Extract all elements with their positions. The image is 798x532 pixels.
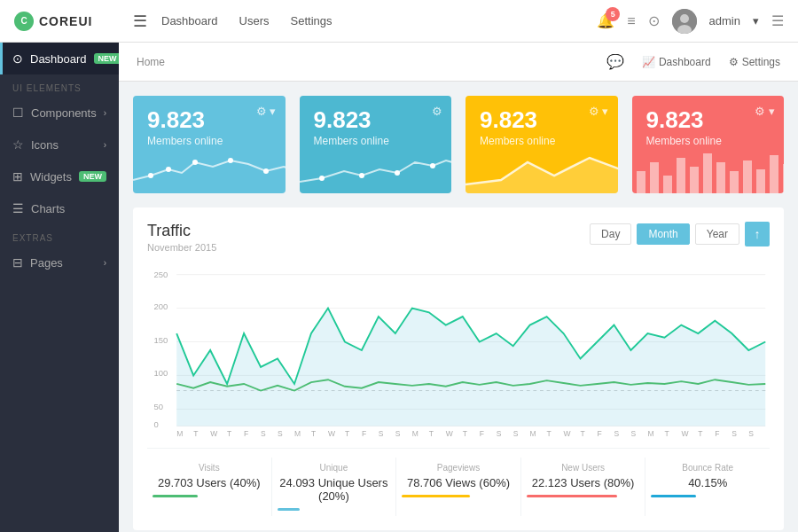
menu-toggle-icon[interactable]: ☰	[133, 12, 147, 31]
svg-text:S: S	[513, 429, 519, 438]
icons-icon: ☆	[12, 137, 24, 152]
svg-text:T: T	[311, 429, 316, 438]
svg-point-11	[430, 163, 435, 168]
svg-point-6	[228, 158, 233, 163]
sidebar-label-widgets: Widgets	[30, 170, 72, 184]
svg-rect-15	[663, 176, 672, 193]
svg-text:T: T	[463, 429, 467, 438]
svg-text:S: S	[732, 429, 737, 438]
traffic-header: Traffic November 2015 Day Month Year ↑	[147, 222, 770, 253]
dashboard-new-badge: NEW	[94, 53, 119, 64]
svg-text:T: T	[547, 429, 552, 438]
pages-icon: ⊟	[12, 255, 23, 270]
svg-text:S: S	[630, 429, 636, 438]
svg-text:W: W	[446, 429, 454, 438]
card2-number: 9.823	[314, 108, 438, 131]
svg-text:T: T	[193, 429, 198, 438]
card3-number: 9.823	[480, 108, 604, 131]
svg-text:T: T	[227, 429, 231, 438]
card2-chart	[300, 145, 452, 193]
sidebar-item-icons[interactable]: ☆ Icons ›	[0, 129, 119, 160]
card-members-1: ⚙ ▾ 9.823 Members online	[133, 96, 286, 193]
svg-text:M: M	[412, 429, 419, 438]
sidebar-item-pages[interactable]: ⊟ Pages ›	[0, 246, 119, 278]
admin-chevron[interactable]: ▾	[753, 14, 759, 27]
svg-marker-12	[466, 158, 618, 193]
card-members-3: ⚙ ▾ 9.823 Members online	[466, 96, 618, 193]
widgets-icon: ⊞	[12, 169, 23, 184]
sidebar-label-pages: Pages	[30, 256, 63, 270]
traffic-section: Traffic November 2015 Day Month Year ↑ 2…	[133, 207, 784, 530]
svg-point-3	[148, 173, 153, 178]
content-area: Home 💬 📈 Dashboard ⚙ Settings ⚙ ▾ 9.823 …	[119, 43, 798, 532]
svg-text:W: W	[681, 429, 689, 438]
sidebar: ⊙ Dashboard NEW UI ELEMENTS ☐ Components…	[0, 43, 119, 532]
subnav-settings-link[interactable]: ⚙ Settings	[729, 56, 780, 68]
logo: C COREUI	[14, 12, 133, 31]
notifications-bell[interactable]: 🔔 5	[597, 12, 614, 29]
period-btn-day[interactable]: Day	[590, 223, 631, 245]
notification-badge: 5	[606, 7, 620, 21]
charts-icon: ☰	[12, 201, 24, 215]
widgets-new-badge: NEW	[79, 171, 106, 182]
svg-text:100: 100	[154, 368, 168, 378]
message-icon[interactable]: 💬	[606, 53, 624, 70]
stat-bouncerate-value: 40.15%	[651, 476, 764, 489]
card-members-2: ⚙ 9.823 Members online	[300, 96, 452, 193]
svg-text:150: 150	[154, 335, 168, 345]
svg-marker-38	[176, 309, 765, 426]
svg-rect-23	[770, 155, 778, 193]
top-navbar: C COREUI ☰ Dashboard Users Settings 🔔 5 …	[0, 0, 798, 43]
svg-text:M: M	[530, 429, 536, 438]
nav-link-users[interactable]: Users	[239, 14, 270, 27]
svg-text:T: T	[345, 429, 349, 438]
active-indicator	[0, 43, 3, 74]
card1-actions[interactable]: ⚙ ▾	[256, 105, 277, 118]
svg-rect-19	[716, 162, 725, 193]
stat-newusers: New Users 22.123 Users (80%)	[521, 458, 646, 516]
nav-link-dashboard[interactable]: Dashboard	[161, 14, 218, 27]
avatar[interactable]	[672, 9, 697, 34]
svg-rect-18	[703, 153, 712, 193]
nav-link-settings[interactable]: Settings	[291, 14, 332, 27]
sidebar-item-dashboard[interactable]: ⊙ Dashboard NEW	[0, 43, 119, 74]
period-btn-year[interactable]: Year	[695, 223, 739, 245]
components-icon: ☐	[12, 106, 24, 120]
traffic-subtitle: November 2015	[147, 242, 216, 253]
svg-text:S: S	[379, 429, 384, 438]
sidebar-label-components: Components	[31, 106, 97, 120]
sub-navbar: Home 💬 📈 Dashboard ⚙ Settings	[119, 43, 798, 82]
svg-point-10	[395, 170, 400, 176]
card1-number: 9.823	[147, 108, 271, 131]
svg-text:W: W	[564, 429, 572, 438]
sidebar-item-components[interactable]: ☐ Components ›	[0, 97, 119, 129]
main-layout: ⊙ Dashboard NEW UI ELEMENTS ☐ Components…	[0, 43, 798, 532]
admin-label[interactable]: admin	[709, 14, 740, 27]
pages-chevron: ›	[104, 258, 106, 268]
right-menu-icon[interactable]: ☰	[771, 12, 784, 29]
logo-text: COREUI	[39, 14, 92, 28]
location-icon[interactable]: ⊙	[648, 12, 660, 29]
svg-text:S: S	[278, 429, 283, 438]
sidebar-item-charts[interactable]: ☰ Charts	[0, 192, 119, 224]
card3-actions[interactable]: ⚙ ▾	[589, 105, 609, 118]
components-chevron: ›	[104, 108, 106, 118]
sidebar-item-widgets[interactable]: ⊞ Widgets NEW	[0, 160, 119, 192]
gear-icon: ⚙	[729, 56, 739, 68]
card4-actions[interactable]: ⚙ ▾	[755, 105, 775, 118]
stat-bouncerate: Bounce Rate 40.15%	[645, 458, 770, 516]
period-btn-month[interactable]: Month	[637, 223, 689, 245]
svg-point-5	[192, 160, 198, 165]
subnav-dashboard-link[interactable]: 📈 Dashboard	[642, 56, 711, 68]
card2-actions[interactable]: ⚙	[432, 105, 442, 118]
top-nav-links: Dashboard Users Settings	[161, 14, 597, 27]
svg-text:W: W	[210, 429, 218, 438]
list-icon[interactable]: ≡	[627, 13, 635, 29]
chart-line-icon: 📈	[642, 56, 655, 68]
stat-visits-label: Visits	[153, 463, 266, 473]
svg-text:S: S	[395, 429, 401, 438]
sub-nav-right: 💬 📈 Dashboard ⚙ Settings	[606, 53, 780, 70]
sidebar-label-charts: Charts	[31, 202, 65, 215]
svg-text:F: F	[244, 429, 248, 438]
refresh-button[interactable]: ↑	[745, 222, 770, 246]
